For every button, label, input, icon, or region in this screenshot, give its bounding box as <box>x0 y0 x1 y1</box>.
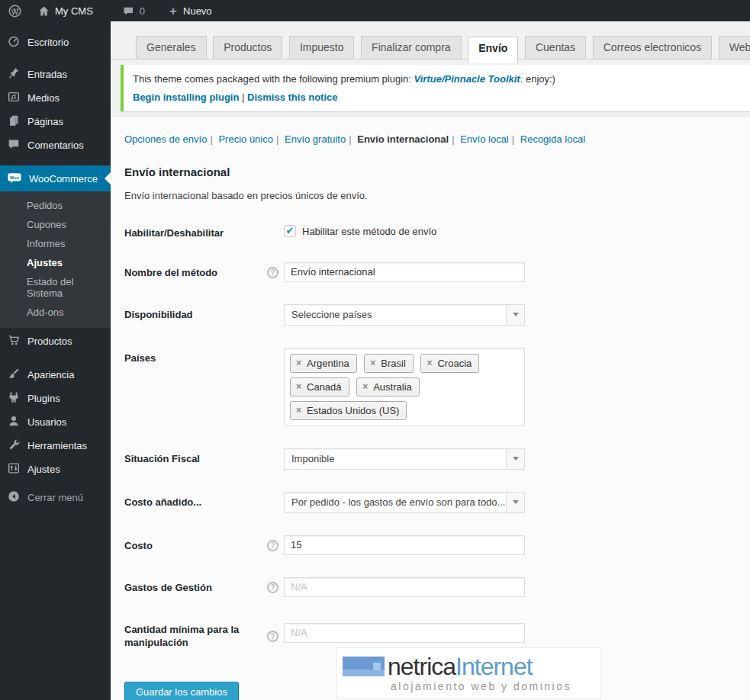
form-row-method-name: Nombre del método ? <box>124 262 750 282</box>
comment-bubble-icon <box>122 5 135 18</box>
new-content-menu[interactable]: + Nuevo <box>162 0 220 21</box>
tab-impuesto[interactable]: Impuesto <box>289 36 355 59</box>
wordpress-menu[interactable] <box>0 0 30 21</box>
help-icon[interactable]: ? <box>267 267 278 278</box>
sidebar-item-ajustes[interactable]: Ajustes <box>0 458 111 481</box>
form-row-cost: Costo ? <box>124 535 750 555</box>
site-name-menu[interactable]: My CMS <box>30 0 101 21</box>
sidebar-item-medios[interactable]: Medios <box>0 86 111 110</box>
help-icon[interactable]: ? <box>267 631 278 642</box>
sidebar-item-apariencia[interactable]: Apariencia <box>0 363 111 387</box>
sidebar-item-herramientas[interactable]: Herramientas <box>0 434 111 458</box>
method-name-input[interactable] <box>284 262 525 282</box>
dismiss-notice-link[interactable]: Dismiss this notice <box>247 92 337 103</box>
country-tag[interactable]: ×Brasil <box>364 354 414 373</box>
chevron-down-icon[interactable] <box>506 305 524 325</box>
tab-generales[interactable]: Generales <box>136 36 207 59</box>
begin-installing-plugin-link[interactable]: Begin installing plugin <box>133 92 239 103</box>
country-tag[interactable]: ×Australia <box>356 377 420 397</box>
sidebar-item-usuarios[interactable]: Usuarios <box>0 410 111 434</box>
tab-finalizar-compra[interactable]: Finalizar compra <box>361 36 461 59</box>
submenu-item-cupones[interactable]: Cupones <box>0 215 111 234</box>
sidebar-item-cerrar-menu[interactable]: Cerrar menú <box>0 486 111 509</box>
subnav-precio-unico[interactable]: Precio único <box>218 133 273 145</box>
country-tag[interactable]: ×Argentina <box>290 354 357 373</box>
netrica-watermark: netricaInternet alojamiento web y domini… <box>336 647 601 698</box>
sidebar-item-plugins[interactable]: Plugins <box>0 387 111 410</box>
submenu-item-ajustes[interactable]: Ajustes <box>0 253 111 272</box>
remove-tag-icon[interactable]: × <box>427 358 432 368</box>
country-tag[interactable]: ×Croacia <box>420 354 479 373</box>
cost-added-select[interactable]: Por pedido - los gastos de envío son par… <box>284 492 525 513</box>
remove-tag-icon[interactable]: × <box>296 382 301 391</box>
subnav-recogida-local[interactable]: Recogida local <box>520 133 585 145</box>
subnav-envio-local[interactable]: Envío local <box>460 133 509 145</box>
sidebar-item-escritorio[interactable]: Escritorio <box>0 31 111 54</box>
help-icon[interactable]: ? <box>267 540 278 551</box>
remove-tag-icon[interactable]: × <box>362 382 368 391</box>
chevron-down-icon[interactable] <box>506 493 524 512</box>
country-tag-label: Brasil <box>381 358 406 369</box>
submenu-item-pedidos[interactable]: Pedidos <box>0 196 111 215</box>
plugin-link[interactable]: Virtue/Pinnacle Toolkit <box>414 73 520 85</box>
remove-tag-icon[interactable]: × <box>296 406 301 415</box>
admin-bar: My CMS 0 + Nuevo <box>0 0 750 21</box>
page-title: Envío internacional <box>124 165 750 178</box>
sidebar-item-label: Medios <box>27 92 60 104</box>
sidebar-item-woocommerce[interactable]: Woo WooCommerce <box>0 165 111 191</box>
tab-productos[interactable]: Productos <box>213 36 282 59</box>
tab-envio[interactable]: Envío <box>468 37 518 63</box>
tax-status-select[interactable]: Imponible <box>284 448 525 470</box>
help-slot <box>267 223 284 226</box>
sidebar-item-paginas[interactable]: Páginas <box>0 110 111 133</box>
separator: | <box>242 92 244 103</box>
notice-text-suffix: . enjoy:) <box>520 73 555 85</box>
help-icon[interactable]: ? <box>267 582 278 593</box>
subnav-envio-gratuito[interactable]: Envío gratuito <box>285 133 346 145</box>
subnav-envio-internacional[interactable]: Envío internacional <box>357 133 449 145</box>
selected-value: Imponible <box>285 453 506 464</box>
help-slot <box>267 492 284 496</box>
enable-checkbox-label: Habilitar este método de envío <box>302 226 436 237</box>
tab-webhooks[interactable]: Webhooks <box>719 36 750 59</box>
save-changes-button[interactable]: Guardar los cambios <box>124 682 239 700</box>
tab-cuentas[interactable]: Cuentas <box>525 36 586 59</box>
country-tag-label: Croacia <box>437 358 472 369</box>
enable-checkbox[interactable]: ✔ <box>284 225 296 237</box>
countries-multiselect[interactable]: ×Argentina ×Brasil ×Croacia ×Canadá ×Aus… <box>284 348 525 426</box>
handling-fee-input[interactable] <box>284 577 525 597</box>
dashboard-icon <box>7 34 21 50</box>
plugin-icon <box>7 390 21 406</box>
cost-input[interactable] <box>284 535 525 555</box>
min-handling-input[interactable] <box>284 623 525 643</box>
watermark-brand: netricaInternet <box>388 654 533 679</box>
sidebar-item-comentarios[interactable]: Comentarios <box>0 133 111 157</box>
country-tag-label: Australia <box>373 381 412 393</box>
help-slot <box>267 304 284 308</box>
submenu-item-estado-del-sistema[interactable]: Estado del Sistema <box>0 272 111 303</box>
main-content: Generales Productos Impuesto Finalizar c… <box>111 21 750 700</box>
form-row-enable: Habilitar/Deshabilitar ✔ Habilitar este … <box>124 223 750 240</box>
separator: | <box>452 133 454 145</box>
country-tag[interactable]: ×Canadá <box>290 377 349 397</box>
subnav-opciones-de-envio[interactable]: Opciones de envío <box>124 133 207 145</box>
sidebar-item-productos[interactable]: Productos <box>0 328 111 355</box>
chevron-down-icon[interactable] <box>506 449 524 469</box>
remove-tag-icon[interactable]: × <box>370 358 375 368</box>
form-row-availability: Disponibilidad Seleccione países <box>124 304 750 326</box>
user-icon <box>7 414 21 430</box>
site-name: My CMS <box>55 5 93 17</box>
sidebar-item-label: Usuarios <box>27 416 66 428</box>
sidebar-item-entradas[interactable]: Entradas <box>0 63 111 86</box>
comments-menu[interactable]: 0 <box>114 0 153 21</box>
submenu-item-informes[interactable]: Informes <box>0 234 111 253</box>
country-tag[interactable]: ×Estados Unidos (US) <box>290 401 407 420</box>
tab-correos-electronicos[interactable]: Correos electronicos <box>593 36 712 59</box>
sidebar-item-label: Cerrar menú <box>27 492 83 503</box>
remove-tag-icon[interactable]: × <box>296 358 301 368</box>
field-label: Costo añadido... <box>124 492 267 509</box>
comments-icon <box>7 137 21 153</box>
submenu-item-add-ons[interactable]: Add-ons <box>0 303 111 322</box>
sidebar-item-label: Escritorio <box>27 37 69 48</box>
availability-select[interactable]: Seleccione países <box>284 304 525 326</box>
